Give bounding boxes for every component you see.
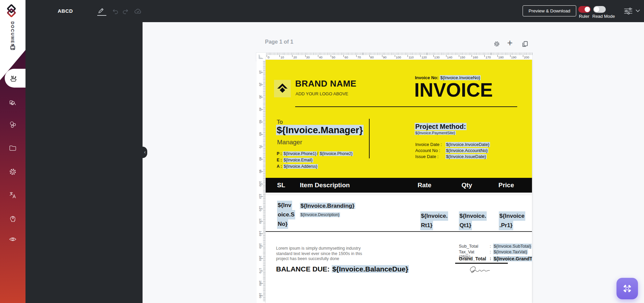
ruler-v-label: 30 <box>259 93 262 101</box>
rail-item-integrations[interactable] <box>9 120 17 129</box>
account-no-placeholder[interactable]: ${Invoice.AccountNo} <box>445 148 488 153</box>
price-line: .Pr1} <box>499 221 513 230</box>
ruler-v-label: 120 <box>259 205 262 212</box>
ruler-h-label: 60 <box>344 55 348 59</box>
brand-tagline[interactable]: ADD YOUR LOGO ABOVE <box>296 91 348 96</box>
ruler-toggle[interactable] <box>578 6 591 13</box>
rail-item-translate[interactable] <box>9 191 17 199</box>
invoice-title[interactable]: INVOICE <box>414 81 493 100</box>
payment-site-placeholder[interactable]: ${Invoice.PaymentSite} <box>415 131 456 135</box>
contact-address-line[interactable]: A : ${Invoice.Adderss} <box>277 164 318 169</box>
project-method-heading[interactable]: Project Method: <box>415 123 467 131</box>
rail-item-settings[interactable] <box>9 168 17 176</box>
phone2-placeholder[interactable]: ${Invoice.Phone2} <box>319 151 353 156</box>
toggle-knob <box>585 7 590 12</box>
ruler-h-label: 180 <box>498 55 504 59</box>
help-fab-button[interactable] <box>616 278 638 299</box>
cell-description[interactable]: ${Invoice.Description} <box>300 212 340 217</box>
meta-row-account-no[interactable]: Account No : ${Invoice.AccountNo} <box>415 148 488 153</box>
left-rail: DOCUMENT <box>0 0 25 303</box>
ruler-h-label: 80 <box>370 55 374 59</box>
phone1-placeholder[interactable]: ${Invoice.Phone1} <box>283 151 317 156</box>
col-header-price: Price <box>498 178 514 193</box>
ruler-v-label: 40 <box>259 106 262 113</box>
copy-icon <box>521 40 529 48</box>
rail-item-files[interactable] <box>9 144 17 152</box>
cell-qty[interactable]: ${Invoice. Qt1} <box>459 211 487 230</box>
app-root: Page 1 of 1 + 01020304050607080901001101… <box>0 0 644 303</box>
manager-placeholder[interactable]: ${Invoice.Manager} <box>276 125 364 135</box>
to-label[interactable]: To <box>277 119 283 125</box>
cell-branding[interactable]: ${Invoice.Branding} <box>300 201 355 211</box>
redo-icon <box>122 8 129 15</box>
rail-item-ideas[interactable] <box>9 214 17 222</box>
ruler-h-label: 40 <box>319 55 323 59</box>
ruler-v-label: 70 <box>259 143 262 150</box>
cell-rate[interactable]: ${Invoice. Rt1} <box>420 211 448 230</box>
header-divider-line <box>295 106 517 107</box>
ruler-h-label: 120 <box>421 55 427 59</box>
address-label: A : <box>277 164 282 169</box>
eye-icon <box>9 235 17 243</box>
contact-phone-line[interactable]: P : ${Invoice.Phone1}/ ${Invoice.Phone2} <box>277 151 353 156</box>
dropdown-chevron[interactable] <box>635 9 640 13</box>
note-paragraph[interactable]: Lorem ipsum is simply dummysetting indus… <box>276 246 362 262</box>
app-logo[interactable] <box>4 4 18 18</box>
invoice-page[interactable]: BRAND NAME ADD YOUR LOGO ABOVE Invoice N… <box>266 60 532 303</box>
gear-icon <box>493 40 500 48</box>
colon: : <box>490 256 491 261</box>
ruler-h-label: 130 <box>434 55 440 59</box>
manager-role[interactable]: Manager <box>277 139 302 146</box>
page-settings-button[interactable] <box>493 40 500 48</box>
sno-line: ${Inv <box>277 201 292 210</box>
read-mode-toggle[interactable] <box>593 6 606 13</box>
redo-button[interactable] <box>122 8 129 15</box>
rename-button[interactable] <box>97 7 105 14</box>
sno-line: No} <box>277 219 288 229</box>
manager-line[interactable]: ${Invoice.Manager} <box>276 125 364 136</box>
signature-scribble <box>469 265 491 275</box>
invoice-date-placeholder[interactable]: ${Invoice.InvoiceDate} <box>445 142 490 147</box>
document-tab-icon[interactable] <box>10 45 15 50</box>
table-row-top-border <box>266 195 532 195</box>
rail-item-preview[interactable] <box>9 235 17 243</box>
preview-download-button[interactable]: Preview & Download <box>523 5 576 16</box>
ruler-h-label: 90 <box>383 55 387 59</box>
brand-name[interactable]: BRAND NAME <box>295 79 357 89</box>
brand-chevron-diamond-icon <box>276 83 288 94</box>
brand-logo-box[interactable] <box>274 80 291 97</box>
ruler-h-label: 50 <box>332 55 335 59</box>
payment-site-line[interactable]: ${Invoice.PaymentSite} <box>415 131 456 135</box>
blocks-panel <box>25 0 143 303</box>
issue-date-placeholder[interactable]: ${Invoice.IssueDate} <box>445 154 487 159</box>
contact-email-line[interactable]: E : ${Invoice.Email} <box>277 158 313 162</box>
tax-placeholder[interactable]: ${Invoice.TaxVat} <box>493 249 528 254</box>
add-page-button[interactable]: + <box>507 38 513 48</box>
meta-row-invoice-date[interactable]: Invoice Date : ${Invoice.InvoiceDate} <box>415 142 490 147</box>
subtotal-placeholder[interactable]: ${Invoice.SubTotal} <box>493 244 532 249</box>
duplicate-page-button[interactable] <box>521 40 529 48</box>
grand-total-placeholder[interactable]: ${Invoice.GrandTotal} <box>493 256 532 261</box>
document-title[interactable]: ABCD <box>58 8 73 14</box>
balance-due-placeholder[interactable]: ${Invoice.BalanceDue} <box>332 265 409 273</box>
description-placeholder: ${Invoice.Description} <box>300 212 340 217</box>
balance-due-line[interactable]: BALANCE DUE: ${Invoice.BalanceDue} <box>276 265 409 273</box>
undo-button[interactable] <box>111 8 119 15</box>
address-placeholder[interactable]: ${Invoice.Adderss} <box>283 164 318 169</box>
grand-total-underline <box>455 263 508 264</box>
view-options-button[interactable] <box>623 7 633 15</box>
project-method-label: Project Method: <box>415 123 467 130</box>
rate-line: ${Invoice. <box>420 211 448 221</box>
vertical-ruler[interactable]: 1020304050607080901001101201301401501601… <box>257 61 265 303</box>
rail-item-design-tools[interactable] <box>9 74 17 82</box>
meta-row-issue-date[interactable]: Issue Date : ${Invoice.IssueDate} <box>415 154 487 159</box>
ruler-v-label: 140 <box>259 230 262 237</box>
cell-sno[interactable]: ${Inv oice.S No} <box>277 201 295 229</box>
cell-price[interactable]: ${Invoice .Pr1} <box>499 211 525 230</box>
cloud-save-status <box>133 7 142 15</box>
ruler-toggle-label: Ruler <box>579 14 589 19</box>
rail-item-brand-palette[interactable] <box>9 97 17 105</box>
email-placeholder[interactable]: ${Invoice.Email} <box>283 158 313 162</box>
ruler-v-label: 110 <box>259 193 262 200</box>
table-header-row[interactable]: SL Item Description Rate Qty Price <box>266 178 532 193</box>
